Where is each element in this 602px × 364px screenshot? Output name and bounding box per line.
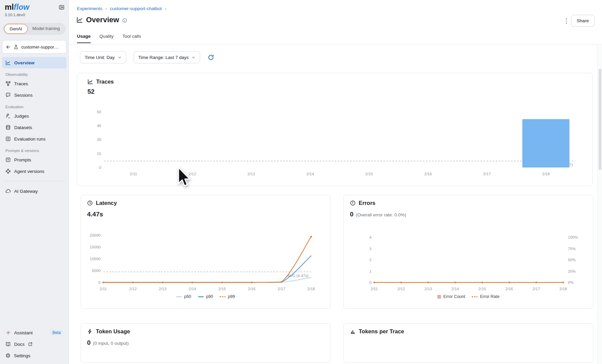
tab-tool-calls[interactable]: Tool calls: [122, 34, 141, 43]
experiment-name: customer-suppor…: [21, 44, 59, 50]
sidebar-item-settings[interactable]: ⚙ Settings: [3, 350, 65, 361]
assistant-label: Assistant: [14, 330, 33, 335]
line-chart-icon: [87, 79, 93, 85]
svg-text:2/13: 2/13: [247, 172, 255, 176]
card-title: Traces: [96, 79, 114, 85]
svg-text:25%: 25%: [568, 269, 576, 273]
legend-item: Error Rate: [472, 294, 499, 299]
kebab-menu-button[interactable]: ⋮: [563, 18, 570, 24]
legend-item: p50: [176, 294, 191, 299]
sidebar-section-prompts-versions: Prompts & versions: [2, 145, 66, 154]
sidebar-item-label: Agent versions: [14, 169, 44, 174]
svg-text:5000: 5000: [92, 269, 101, 273]
back-arrow-icon[interactable]: [6, 44, 11, 50]
sidebar-item-label: Judges: [14, 114, 29, 119]
breadcrumb-link-experiment[interactable]: customer-support-chatbot: [110, 6, 162, 11]
errors-card: Errors 0 (Overall error rate: 0.0%) 0123…: [344, 195, 593, 309]
latency-chart[interactable]: 050001000015000200002/112/122/132/142/15…: [84, 224, 324, 292]
sidebar-item-judges[interactable]: Judges: [2, 110, 66, 122]
metric-note: (0 input, 0 output): [93, 341, 129, 346]
tab-quality[interactable]: Quality: [100, 34, 114, 43]
book-icon: [5, 341, 11, 347]
sidebar-item-agent-versions[interactable]: Agent versions: [2, 165, 66, 177]
svg-text:4: 4: [370, 235, 372, 239]
sidebar-item-label: Evaluation runs: [14, 136, 46, 142]
errors-chart[interactable]: 012340%25%50%75%100%2/112/122/132/142/15…: [347, 224, 587, 292]
sidebar-item-overview[interactable]: Overview: [2, 57, 66, 68]
mode-model-training-button[interactable]: Model training: [28, 24, 64, 34]
svg-text:0: 0: [99, 165, 101, 170]
svg-text:20000: 20000: [90, 233, 101, 237]
sidebar-item-label: Datasets: [14, 125, 32, 130]
refresh-button[interactable]: [208, 54, 214, 61]
tab-bar: Usage Quality Tool calls: [77, 34, 141, 43]
sidebar-item-ai-gateway[interactable]: AI Gateway: [2, 185, 66, 197]
svg-text:75%: 75%: [568, 247, 576, 251]
collapse-sidebar-icon[interactable]: [59, 4, 64, 10]
legend-label: p90: [206, 294, 213, 299]
sidebar-item-prompts[interactable]: Prompts: [2, 154, 66, 165]
line-chart-icon: [76, 17, 83, 23]
time-range-dropdown[interactable]: Time Range: Last 7 days: [134, 51, 200, 63]
svg-text:2/11: 2/11: [100, 287, 107, 291]
svg-text:2/12: 2/12: [129, 287, 137, 291]
sidebar-item-sessions[interactable]: Sessions: [2, 89, 66, 101]
scrollbar-track[interactable]: [597, 45, 602, 364]
sidebar-item-label: Prompts: [14, 157, 31, 162]
settings-label: Settings: [14, 353, 30, 358]
time-unit-dropdown[interactable]: Time Unit: Day: [80, 51, 126, 63]
sidebar-item-datasets[interactable]: Datasets: [2, 122, 66, 133]
tokens-per-trace-card: Tokens per Trace: [344, 323, 593, 363]
token-usage-card: Token Usage 0 (0 input, 0 output): [81, 323, 330, 363]
svg-text:2/12: 2/12: [189, 172, 196, 176]
external-link-icon: [28, 342, 33, 346]
sidebar-item-label: Sessions: [14, 93, 33, 98]
breadcrumb-link-experiments[interactable]: Experiments: [77, 6, 102, 11]
svg-text:2/17: 2/17: [483, 172, 491, 176]
legend-swatch: [176, 296, 182, 297]
page-title: Overview: [86, 16, 119, 24]
sidebar-item-evaluation-runs[interactable]: Evaluation runs: [2, 133, 66, 145]
svg-text:0: 0: [370, 280, 372, 284]
svg-text:2/14: 2/14: [306, 172, 314, 176]
legend-label: Error Rate: [480, 294, 499, 299]
mlflow-logo: mlflow: [5, 3, 29, 11]
latency-card: Latency 4.47s 050001000015000200002/112/…: [81, 195, 330, 309]
tab-usage[interactable]: Usage: [77, 34, 91, 43]
mode-genai-button[interactable]: GenAI: [4, 24, 28, 34]
sidebar-item-traces[interactable]: Traces: [2, 78, 66, 89]
cloud-gateway-icon: [5, 188, 11, 194]
text-box-icon: [5, 157, 11, 162]
sidebar-item-docs[interactable]: Docs: [3, 338, 65, 350]
svg-text:2/16: 2/16: [505, 287, 513, 291]
svg-text:0: 0: [99, 280, 101, 284]
metric-value: 4.47s: [87, 211, 103, 218]
svg-text:30: 30: [97, 138, 101, 142]
svg-text:2/18: 2/18: [307, 287, 315, 291]
alert-circle-icon: [350, 200, 356, 206]
docs-label: Docs: [14, 342, 25, 347]
latency-legend: p50p90p99: [81, 294, 330, 299]
tabs-divider: [69, 44, 602, 45]
chevron-down-icon: [118, 56, 121, 59]
scrollbar-thumb[interactable]: [599, 69, 601, 170]
sidebar-nav: Overview Observability Traces Sessions E…: [0, 56, 69, 197]
legend-item: p90: [198, 294, 213, 299]
version-label: 3.10.1.dev0: [5, 13, 64, 17]
traces-chart[interactable]: 0153045602/112/122/132/142/152/162/172/1…: [82, 98, 588, 182]
info-icon[interactable]: [122, 18, 127, 23]
gear-icon: ⚙: [5, 353, 10, 359]
plus-minus-box-icon: [5, 136, 11, 142]
share-button[interactable]: Share: [571, 15, 595, 27]
svg-text:50%: 50%: [568, 258, 576, 262]
experiment-selector[interactable]: customer-suppor…: [2, 40, 66, 54]
mlflow-app: mlflow 3.10.1.dev0 GenAI Model training …: [0, 0, 602, 364]
svg-text:2/16: 2/16: [424, 172, 432, 176]
sidebar-item-assistant[interactable]: Assistant Beta: [3, 327, 65, 338]
metric-value: 52: [87, 88, 94, 95]
beta-badge: Beta: [50, 330, 63, 336]
filter-bar: Time Unit: Day Time Range: Last 7 days: [80, 51, 214, 63]
clock-icon: [87, 200, 93, 206]
svg-text:1: 1: [370, 269, 372, 273]
legend-swatch: [220, 296, 225, 297]
